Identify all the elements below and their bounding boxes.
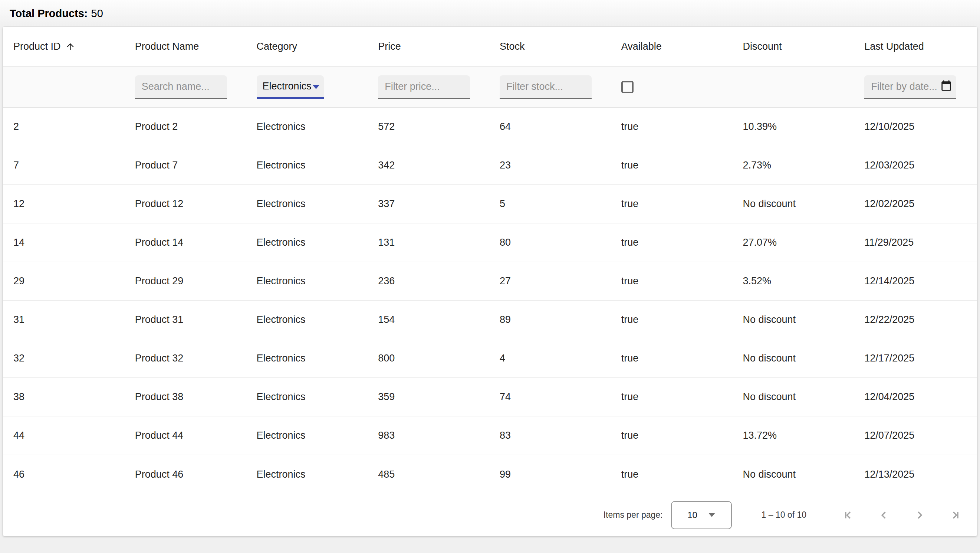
column-header-label: Product ID bbox=[13, 41, 61, 52]
cell-product-id: 46 bbox=[3, 455, 126, 494]
filter-cell-category: Electronics bbox=[248, 67, 369, 107]
name-filter-field bbox=[135, 75, 227, 99]
cell-available: true bbox=[612, 108, 734, 146]
cell-discount: No discount bbox=[734, 185, 856, 223]
cell-category: Electronics bbox=[248, 108, 369, 146]
dropdown-arrow-icon bbox=[708, 513, 715, 517]
cell-price: 572 bbox=[369, 108, 491, 146]
cell-price: 236 bbox=[369, 262, 491, 300]
column-header-last-updated: Last Updated bbox=[855, 27, 977, 67]
cell-last-updated: 11/29/2025 bbox=[855, 223, 977, 261]
first-page-button[interactable] bbox=[842, 509, 854, 521]
table-row: 32 Product 32 Electronics 800 4 true No … bbox=[3, 339, 977, 378]
cell-stock: 80 bbox=[491, 223, 612, 261]
next-page-button[interactable] bbox=[913, 509, 926, 521]
name-filter-input[interactable] bbox=[142, 81, 220, 92]
cell-stock: 4 bbox=[491, 339, 612, 378]
paginator: Items per page: 10 1 – 10 of 10 bbox=[3, 494, 977, 536]
filter-cell-stock bbox=[491, 67, 612, 107]
table-header-row: Product ID Product Name Category Price S… bbox=[3, 27, 977, 67]
cell-price: 337 bbox=[369, 185, 491, 223]
items-per-page-label: Items per page: bbox=[603, 510, 663, 520]
cell-last-updated: 12/03/2025 bbox=[855, 146, 977, 185]
cell-last-updated: 12/02/2025 bbox=[855, 185, 977, 223]
filter-row: Electronics bbox=[3, 67, 977, 108]
cell-category: Electronics bbox=[248, 301, 369, 339]
cell-product-id: 7 bbox=[3, 146, 126, 185]
column-header-discount: Discount bbox=[734, 27, 856, 67]
category-filter-value: Electronics bbox=[262, 81, 312, 92]
cell-product-id: 32 bbox=[3, 339, 126, 378]
page-title: Total Products: 50 bbox=[0, 0, 980, 27]
filter-cell-name bbox=[126, 67, 248, 107]
cell-product-name: Product 38 bbox=[126, 378, 248, 416]
cell-stock: 74 bbox=[491, 378, 612, 416]
total-products-value: 50 bbox=[91, 8, 103, 20]
calendar-icon bbox=[940, 80, 953, 94]
column-header-category: Category bbox=[248, 27, 369, 67]
cell-stock: 23 bbox=[491, 146, 612, 185]
cell-product-id: 29 bbox=[3, 262, 126, 300]
cell-discount: 10.39% bbox=[734, 108, 856, 146]
cell-last-updated: 12/14/2025 bbox=[855, 262, 977, 300]
cell-category: Electronics bbox=[248, 223, 369, 261]
cell-discount: No discount bbox=[734, 455, 856, 494]
cell-product-id: 14 bbox=[3, 223, 126, 261]
stock-filter-input[interactable] bbox=[506, 81, 585, 92]
cell-product-name: Product 32 bbox=[126, 339, 248, 378]
cell-category: Electronics bbox=[248, 262, 369, 300]
last-page-button[interactable] bbox=[949, 509, 961, 521]
cell-price: 359 bbox=[369, 378, 491, 416]
table-row: 7 Product 7 Electronics 342 23 true 2.73… bbox=[3, 146, 977, 185]
total-products-label: Total Products: bbox=[10, 8, 88, 20]
cell-discount: 2.73% bbox=[734, 146, 856, 185]
page-size-select[interactable]: 10 bbox=[671, 501, 732, 529]
available-filter-checkbox[interactable] bbox=[621, 81, 633, 93]
cell-last-updated: 12/04/2025 bbox=[855, 378, 977, 416]
filter-cell-date bbox=[855, 67, 977, 107]
cell-stock: 27 bbox=[491, 262, 612, 300]
products-table-card: Product ID Product Name Category Price S… bbox=[3, 27, 977, 536]
cell-product-id: 38 bbox=[3, 378, 126, 416]
cell-category: Electronics bbox=[248, 416, 369, 455]
table-row: 46 Product 46 Electronics 485 99 true No… bbox=[3, 455, 977, 494]
cell-stock: 83 bbox=[491, 416, 612, 455]
cell-discount: 27.07% bbox=[734, 223, 856, 261]
cell-available: true bbox=[612, 301, 734, 339]
cell-price: 342 bbox=[369, 146, 491, 185]
stock-filter-field bbox=[500, 75, 592, 99]
cell-product-name: Product 44 bbox=[126, 416, 248, 455]
cell-stock: 89 bbox=[491, 301, 612, 339]
cell-product-name: Product 7 bbox=[126, 146, 248, 185]
category-filter-select[interactable]: Electronics bbox=[257, 75, 324, 99]
cell-product-id: 2 bbox=[3, 108, 126, 146]
cell-product-name: Product 14 bbox=[126, 223, 248, 261]
cell-stock: 99 bbox=[491, 455, 612, 494]
cell-last-updated: 12/13/2025 bbox=[855, 455, 977, 494]
cell-category: Electronics bbox=[248, 455, 369, 494]
table-row: 29 Product 29 Electronics 236 27 true 3.… bbox=[3, 262, 977, 301]
cell-product-id: 12 bbox=[3, 185, 126, 223]
cell-available: true bbox=[612, 378, 734, 416]
cell-price: 485 bbox=[369, 455, 491, 494]
cell-stock: 64 bbox=[491, 108, 612, 146]
last-page-icon bbox=[949, 509, 961, 521]
paginator-nav bbox=[842, 509, 961, 521]
paginator-range-label: 1 – 10 of 10 bbox=[762, 510, 807, 520]
cell-product-name: Product 31 bbox=[126, 301, 248, 339]
datepicker-toggle-button[interactable] bbox=[940, 80, 953, 94]
cell-product-name: Product 2 bbox=[126, 108, 248, 146]
previous-page-button[interactable] bbox=[878, 509, 890, 521]
cell-available: true bbox=[612, 262, 734, 300]
cell-category: Electronics bbox=[248, 185, 369, 223]
cell-price: 131 bbox=[369, 223, 491, 261]
cell-discount: No discount bbox=[734, 301, 856, 339]
price-filter-input[interactable] bbox=[385, 81, 463, 92]
cell-discount: No discount bbox=[734, 339, 856, 378]
cell-product-name: Product 46 bbox=[126, 455, 248, 494]
date-filter-input[interactable] bbox=[871, 81, 937, 92]
first-page-icon bbox=[842, 509, 854, 521]
column-header-product-id[interactable]: Product ID bbox=[3, 27, 126, 67]
cell-available: true bbox=[612, 416, 734, 455]
cell-available: true bbox=[612, 339, 734, 378]
